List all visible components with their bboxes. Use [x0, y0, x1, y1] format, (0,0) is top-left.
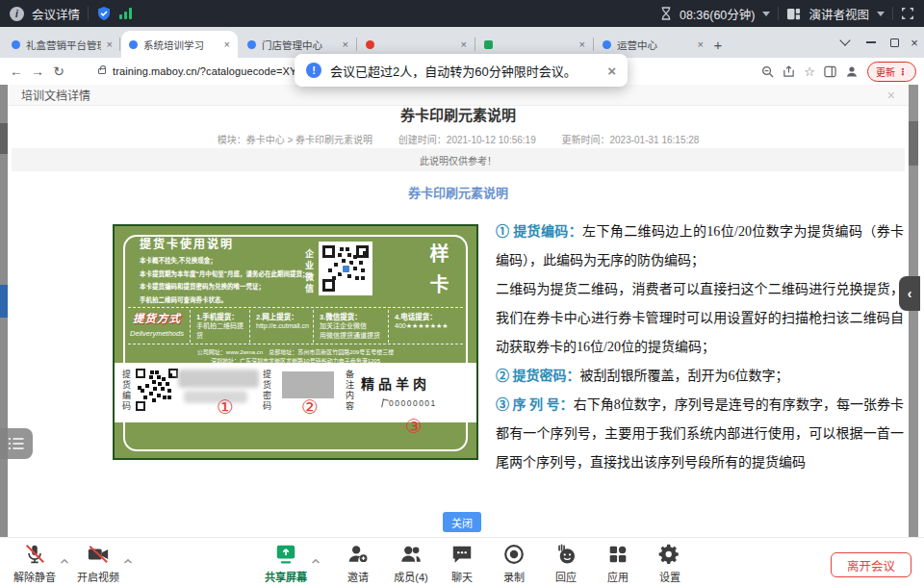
security-shield-icon[interactable] — [96, 6, 112, 21]
kebab-menu-icon — [898, 66, 908, 77]
fullscreen-icon[interactable] — [901, 7, 914, 20]
tab-close-icon[interactable] — [343, 39, 348, 50]
delivery-method-4: 4.电话提货：400★★★★★★★ — [388, 310, 455, 343]
section-heading-link[interactable]: 券卡印刷元素说明 — [0, 183, 916, 201]
gear-icon — [658, 543, 681, 566]
toast-message: 会议已超过2人，自动转为60分钟限时会议。 — [330, 62, 577, 80]
start-video-button[interactable]: 开启视频 — [67, 543, 129, 584]
back-icon[interactable] — [6, 64, 27, 79]
wechat-vertical-label: 企业微信 — [303, 249, 316, 295]
meta-module: 模块：券卡中心 > 券卡印刷元素说明 — [218, 135, 372, 145]
window-minimize-button[interactable] — [860, 27, 882, 58]
window-maximize-button[interactable] — [884, 27, 905, 58]
notice-banner: 此说明仅供参考！ — [12, 148, 905, 171]
tab-close-icon[interactable] — [224, 39, 230, 50]
tab-close-icon[interactable] — [698, 39, 704, 50]
window-close-button[interactable] — [905, 27, 924, 58]
profile-avatar-icon[interactable] — [845, 64, 859, 78]
tab-favicon — [247, 40, 256, 49]
dashed-divider — [128, 344, 463, 345]
scrollbar[interactable] — [909, 85, 918, 537]
redacted-code-blur — [184, 391, 247, 403]
timer-dropdown-icon[interactable] — [762, 12, 770, 16]
camera-off-icon — [87, 543, 110, 566]
redacted-code-blur — [178, 370, 259, 388]
tab-search-icon[interactable] — [834, 27, 857, 58]
ssl-lock-icon[interactable] — [98, 68, 106, 74]
tab-gift-platform[interactable]: 礼盒营销平台管理中心 — [4, 31, 120, 58]
close-modal-button[interactable]: 关闭 — [443, 512, 481, 532]
badge-1: ① — [217, 397, 234, 417]
layout-icon — [786, 7, 801, 21]
info-icon — [306, 63, 321, 78]
badge-3: ③ — [405, 417, 423, 436]
members-icon — [399, 543, 423, 566]
product-name: 精品羊肉 — [361, 373, 430, 393]
sample-watermark: 样卡 — [424, 243, 452, 305]
forward-icon[interactable] — [27, 64, 48, 79]
tab-close-icon[interactable] — [461, 39, 467, 50]
tab-divider — [119, 38, 120, 51]
zoom-icon[interactable] — [761, 65, 774, 78]
delivery-seal: 提货方式 Deliverymethods — [124, 310, 190, 343]
meeting-top-bar: i 会议详情 08:36(60分钟) 演讲者视图 — [0, 0, 924, 27]
delivery-methods-row: 提货方式 Deliverymethods 1.手机提货：手机拍二维码提货 2.网… — [124, 310, 467, 343]
refresh-icon[interactable] — [48, 64, 69, 79]
tab-favicon — [484, 40, 493, 49]
tab-favicon — [12, 40, 20, 49]
divider — [88, 7, 89, 20]
tab-favicon — [129, 40, 138, 49]
card-code-strip: 提货编码 ① 提货密码 ② 备注内容 精品羊肉 00000001 — [115, 363, 476, 422]
tab-close-icon[interactable] — [107, 39, 113, 50]
tab-divider — [593, 38, 594, 51]
share-options-caret[interactable] — [311, 551, 321, 569]
meta-updated: 更新时间：2023-01-31 16:15:28 — [561, 135, 699, 145]
info-icon: i — [10, 7, 24, 21]
share-icon[interactable] — [783, 65, 795, 78]
view-dropdown-icon[interactable] — [877, 12, 885, 16]
pickup-password-label: 提货密码 — [261, 370, 273, 412]
leave-meeting-button[interactable]: 离开会议 — [831, 552, 911, 577]
document-meta: 模块：券卡中心 > 券卡印刷元素说明 创建时间：2021-10-12 10:56… — [0, 132, 916, 146]
network-signal-icon[interactable] — [119, 8, 132, 19]
tab-favicon — [603, 40, 611, 49]
menu-handle-button[interactable] — [0, 428, 33, 459]
tab-divider — [475, 38, 475, 51]
modal-close-icon[interactable] — [887, 88, 895, 103]
serial-number: 00000001 — [382, 398, 437, 408]
delivery-method-1: 1.手机提货：手机拍二维码提货 — [190, 310, 249, 343]
toast-close-icon[interactable] — [607, 63, 616, 79]
meeting-toolbar: 解除静音 开启视频 共享屏幕 邀请 成员(4) 聊天 录制 — [0, 537, 924, 587]
view-mode-button[interactable]: 演讲者视图 — [808, 5, 869, 23]
meeting-details-button[interactable]: 会议详情 — [32, 5, 80, 23]
new-tab-button[interactable] — [708, 35, 728, 54]
remark-label: 备注内容 — [344, 370, 356, 412]
invite-icon — [346, 543, 370, 566]
apps-grid-icon — [606, 543, 629, 566]
collapse-panel-button[interactable] — [899, 276, 920, 311]
side-panel-icon[interactable] — [824, 65, 836, 78]
video-options-caret[interactable] — [123, 551, 133, 569]
hourglass-icon — [660, 7, 672, 20]
settings-button[interactable]: 设置 — [639, 543, 701, 584]
tab-training-active[interactable]: 系统培训学习 — [121, 31, 238, 58]
serial-number-term: ③ 序 列 号： — [496, 397, 574, 412]
divider — [778, 7, 779, 20]
pickup-password-term: ② 提货密码： — [496, 369, 580, 383]
text-cursor-icon — [381, 398, 389, 408]
scrollbar-thumb[interactable] — [909, 121, 918, 166]
chat-icon — [450, 543, 474, 566]
pickup-code-term: ① 提货编码： — [496, 224, 582, 239]
document-title: 券卡印刷元素说明 — [0, 104, 916, 124]
card-usage-lines: 本卡概不挂失,不兑换现金； 本卡提货期为本年度“月中旬至”月底，请务必在此期间提… — [140, 254, 309, 306]
meeting-timer: 08:36(60分钟) — [680, 5, 756, 23]
browser-update-button[interactable]: 更新 — [867, 62, 916, 82]
modal-title: 培训文档详情 — [21, 87, 90, 103]
tab-close-icon[interactable] — [579, 39, 585, 50]
meeting-window: i 会议详情 08:36(60分钟) 演讲者视图 礼盒营销平台管理中心 系统培 — [0, 0, 924, 587]
meta-created: 创建时间：2021-10-12 10:56:19 — [398, 135, 536, 145]
unmute-button[interactable]: 解除静音 — [4, 543, 65, 584]
bookmark-star-icon[interactable] — [804, 64, 815, 79]
share-screen-button[interactable]: 共享屏幕 — [255, 543, 317, 584]
record-icon — [502, 543, 526, 566]
